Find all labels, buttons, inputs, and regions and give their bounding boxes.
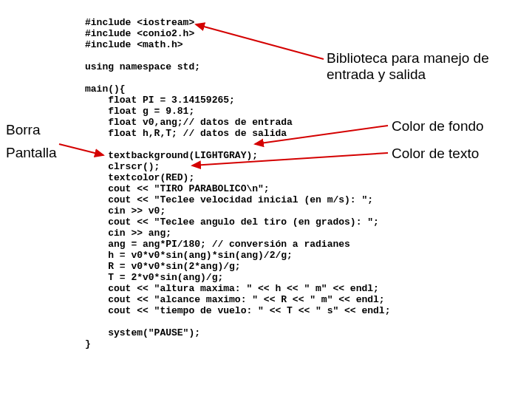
label-color-fondo: Color de fondo: [392, 118, 484, 134]
label-color-texto: Color de texto: [392, 146, 479, 162]
label-biblioteca: Biblioteca para manejo de entrada y sali…: [327, 50, 489, 83]
label-biblioteca-line1: Biblioteca para manejo de: [327, 50, 489, 66]
label-borra: Borra: [6, 122, 40, 138]
label-pantalla: Pantalla: [6, 145, 57, 161]
label-biblioteca-line2: entrada y salida: [327, 66, 426, 82]
